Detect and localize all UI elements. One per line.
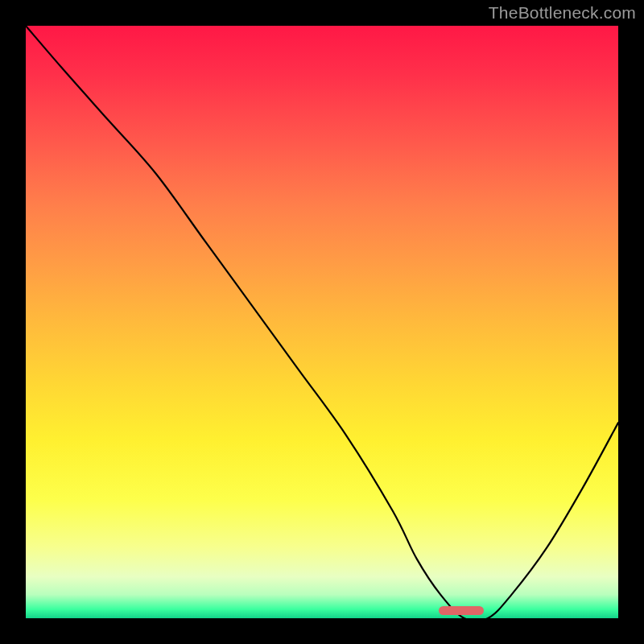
- watermark-text: TheBottleneck.com: [489, 3, 636, 23]
- optimal-marker: [439, 606, 483, 615]
- bottleneck-curve: [26, 26, 618, 618]
- chart-frame: TheBottleneck.com: [0, 0, 644, 644]
- plot-area: [26, 26, 618, 618]
